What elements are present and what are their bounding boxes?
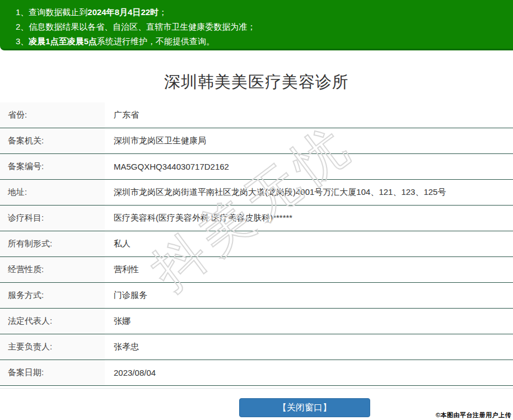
row-label: 服务方式:: [0, 283, 105, 308]
table-row-filing-authority: 备案机关: 深圳市龙岗区卫生健康局: [0, 128, 513, 154]
table-row-treatment-subjects: 诊疗科目: 医疗美容科(医疗美容外科 医疗美容皮肤科)******: [0, 206, 513, 231]
table-row-person-in-charge: 主要负责人: 张孝忠: [0, 334, 513, 360]
notice-banner: 1、查询数据截止到2024年8月4日22时； 2、信息数据结果以各省、自治区、直…: [0, 0, 513, 50]
row-label: 备案编号:: [0, 154, 105, 179]
notice-line-2: 2、信息数据结果以各省、自治区、直辖市卫生健康委数据为准；: [16, 20, 502, 34]
row-label: 备案日期:: [0, 360, 105, 385]
notice-line-text: 查询数据截止到: [29, 7, 87, 17]
table-row-business-nature: 经营性质: 营利性: [0, 257, 513, 283]
row-label: 主要负责人:: [0, 334, 105, 360]
row-value: 广东省: [105, 102, 513, 128]
table-row-ownership-form: 所有制形式: 私人: [0, 231, 513, 257]
row-value: 深圳市龙岗区龙岗街道平南社区龙岗大道(龙岗段)4001号万汇大厦104、121、…: [105, 180, 513, 205]
row-value: 营利性: [105, 257, 513, 282]
notice-line-number: 3、: [16, 36, 29, 46]
row-label: 备案机关:: [0, 128, 105, 153]
table-row-service-mode: 服务方式: 门诊服务: [0, 283, 513, 309]
row-value: 私人: [105, 231, 513, 256]
row-label: 所有制形式:: [0, 231, 105, 256]
page-title: 深圳韩美美医疗美容诊所: [0, 71, 513, 93]
row-value: 张娜: [105, 309, 513, 334]
notice-line-3: 3、凌晨1点至凌晨5点系统进行维护，不能提供查询。: [16, 34, 502, 49]
row-value: 张孝忠: [105, 334, 513, 360]
row-value: MA5GQXHQ344030717D2162: [105, 154, 513, 179]
notice-line-bold: 2024年8月4日22时: [87, 7, 158, 17]
notice-line-bold: 凌晨1点至凌晨5点: [29, 36, 97, 46]
row-label: 诊疗科目:: [0, 206, 105, 231]
row-label: 省份:: [0, 102, 105, 128]
notice-line-number: 1、: [16, 7, 29, 17]
row-value: 深圳市龙岗区卫生健康局: [105, 128, 513, 153]
notice-line-number: 2、: [16, 22, 29, 31]
row-label: 地址:: [0, 180, 105, 205]
notice-line-1: 1、查询数据截止到2024年8月4日22时；: [16, 5, 502, 20]
notice-line-text: 系统进行维护，不能提供查询。: [97, 36, 214, 46]
row-value: 医疗美容科(医疗美容外科 医疗美容皮肤科)******: [105, 206, 513, 231]
upload-stamp: ©本图由平台注册用户上传: [436, 411, 511, 419]
record-table: 省份: 广东省 备案机关: 深圳市龙岗区卫生健康局 备案编号: MA5GQXHQ…: [0, 102, 513, 386]
table-row-province: 省份: 广东省: [0, 102, 513, 128]
notice-line-text: 信息数据结果以各省、自治区、直辖市卫生健康委数据为准；: [29, 22, 255, 31]
row-value: 门诊服务: [105, 283, 513, 308]
table-row-filing-number: 备案编号: MA5GQXHQ344030717D2162: [0, 154, 513, 180]
row-value: 2023/08/04: [105, 360, 513, 385]
row-label: 经营性质:: [0, 257, 105, 282]
table-row-address: 地址: 深圳市龙岗区龙岗街道平南社区龙岗大道(龙岗段)4001号万汇大厦104、…: [0, 180, 513, 206]
table-bottom-divider: [0, 388, 513, 389]
table-row-legal-representative: 法定代表人: 张娜: [0, 309, 513, 334]
notice-line-text: ；: [158, 7, 167, 17]
table-row-filing-date: 备案日期: 2023/08/04: [0, 360, 513, 386]
close-window-button[interactable]: 【关闭窗口】: [239, 398, 370, 417]
row-label: 法定代表人:: [0, 309, 105, 334]
